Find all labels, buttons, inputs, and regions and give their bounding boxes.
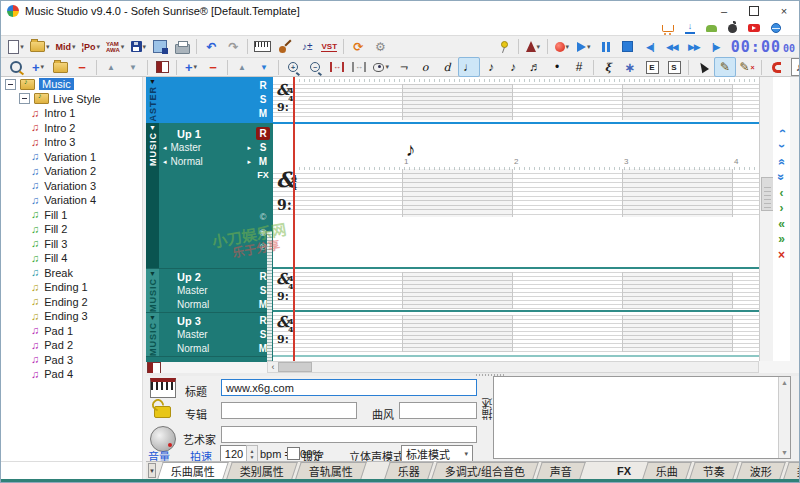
next-button[interactable]: |▶ [705,37,727,57]
jump-right-icon[interactable]: » [773,232,790,248]
record-button[interactable]: ▾ [551,37,573,57]
master-mute-button[interactable]: M [259,107,267,120]
duration-sixteenth-button[interactable]: ♪ [502,57,524,77]
master-collapse[interactable]: ▼ MASTER [146,77,159,123]
redo-button[interactable]: ↷ [222,37,244,57]
collapse-icon[interactable] [19,93,30,104]
event-list-button[interactable]: E [641,57,663,77]
preview-button[interactable]: ▾ [370,57,392,77]
tab-multimode[interactable]: 多调式/组合音色 [431,462,539,479]
duration-eighth-button[interactable]: ♪ [480,57,502,77]
track-collapse[interactable]: ▼ MUSIC [146,313,159,356]
pencil-tool-button[interactable]: ✎ [714,57,736,77]
move-down-button[interactable]: ▼ [122,57,144,77]
track-up-button[interactable]: ▲ [231,57,253,77]
tab-song-properties[interactable]: 乐曲属性 [157,462,229,479]
title-input[interactable]: www.x6g.com [221,379,477,396]
tree-item[interactable]: ♫ Variation 2 [1,164,142,179]
tree-item[interactable]: ♫ Variation 4 [1,193,142,208]
score-area[interactable]: & 44 9: 1 2 3 4 & 44 9: ♪ & 44 9: [273,77,759,361]
tree-item[interactable]: ♫ Ending 3 [1,309,142,324]
fast-forward-button[interactable]: ▶▶ [683,37,705,57]
album-input[interactable] [221,402,357,419]
toggle-panel-button[interactable] [151,57,173,77]
tree-item[interactable]: ♫ Pad 3 [1,353,142,368]
remove-item-button[interactable]: − [71,57,93,77]
master-solo-button[interactable]: S [260,93,267,106]
youtube-icon[interactable] [748,24,760,32]
tab-list-dropdown[interactable]: ▼ [148,463,156,478]
erase-tool-button[interactable]: ✎× [736,57,758,77]
master-track[interactable]: ▼ MASTER R S M [146,77,273,123]
tree-item[interactable]: ♫ Fill 2 [1,222,142,237]
track-bank-row[interactable]: ◂Master▸ [159,141,253,155]
tree-group-label[interactable]: Live Style [53,93,101,105]
note-event[interactable]: ♪ [406,139,416,161]
track-down-button[interactable]: ▼ [253,57,275,77]
microphone-button[interactable] [493,37,515,57]
mute-button[interactable]: M [259,155,267,168]
find-button[interactable] [5,57,27,77]
zoom-in-button[interactable]: + [282,57,304,77]
tree-item[interactable]: ♫ Variation 1 [1,150,142,165]
tree-item[interactable]: ♫ Intro 1 [1,106,142,121]
tab-rhythm[interactable]: 节奏 [689,462,739,479]
close-panel-icon[interactable]: × [773,247,790,263]
record-arm-button[interactable]: R [256,127,269,140]
import-po-button[interactable]: ¦Po▾ [79,37,104,57]
note-edit-button[interactable]: ♪± [296,37,318,57]
apple-icon[interactable] [728,24,737,33]
guitar-button[interactable] [274,37,296,57]
copyright-icon[interactable]: © [260,210,267,224]
scroll-down-icon[interactable]: › [773,139,790,155]
fx-button[interactable]: FX [257,169,269,182]
import-midi-button[interactable]: Mid▾ [53,37,79,57]
select-tool-button[interactable] [692,57,714,77]
solo-button[interactable]: S [260,141,267,154]
genre-input[interactable] [399,402,477,419]
snap-toggle-button[interactable] [765,57,787,77]
artist-input[interactable] [221,426,477,443]
step-right-icon[interactable]: › [773,201,790,217]
rest-button[interactable]: ξ [597,57,619,77]
save-button[interactable]: ▾ [127,37,149,57]
vst-button[interactable]: VST [318,37,340,57]
shop-icon[interactable] [662,25,674,32]
play-button[interactable]: ▾ [573,37,595,57]
maximize-button[interactable] [739,1,769,21]
mute-button[interactable]: M [259,298,267,311]
tree-item[interactable]: ♫ Pad 4 [1,367,142,382]
phonogram-icon[interactable]: ℗ [260,240,267,254]
settings-button[interactable]: ⚙ [369,37,391,57]
tree-root[interactable]: Music [1,77,142,92]
solo-button[interactable]: S [260,284,267,297]
record-arm-button[interactable]: R [259,314,266,327]
tree-item[interactable]: ♫ Variation 3 [1,179,142,194]
tree-item[interactable]: ♫ Break [1,266,142,281]
scroll-up-icon[interactable]: › [773,123,790,139]
tab-song[interactable]: 乐曲 [642,462,692,479]
download-icon[interactable]: ↓ [685,23,695,34]
android-icon[interactable] [706,25,717,32]
duration-thirtysecond-button[interactable]: ♬ [524,57,546,77]
stop-button[interactable] [617,37,639,57]
track-name[interactable]: Up 1 [159,127,253,141]
tree-item[interactable]: ♫ Pad 1 [1,324,142,339]
snap-value-select[interactable]: ♪ 1/8▾ [791,58,800,76]
export-button[interactable] [149,37,171,57]
duration-half-button[interactable]: d [436,57,458,77]
staff-view-button[interactable]: S [663,57,685,77]
add-track-button[interactable]: +▾ [180,57,202,77]
metronome-button[interactable]: ▾ [522,37,544,57]
previous-button[interactable]: ◀| [639,37,661,57]
zoom-out-button[interactable]: − [304,57,326,77]
print-button[interactable] [171,37,193,57]
new-file-button[interactable]: ▾ [5,37,27,57]
jump-left-icon[interactable]: « [773,216,790,232]
master-record-button[interactable]: R [259,79,266,92]
tab-category-properties[interactable]: 类别属性 [226,462,298,479]
playhead[interactable] [293,77,295,361]
tree-item[interactable]: ♫ Fill 3 [1,237,142,252]
record-arm-button[interactable]: R [259,270,266,283]
step-left-icon[interactable]: ‹ [773,185,790,201]
